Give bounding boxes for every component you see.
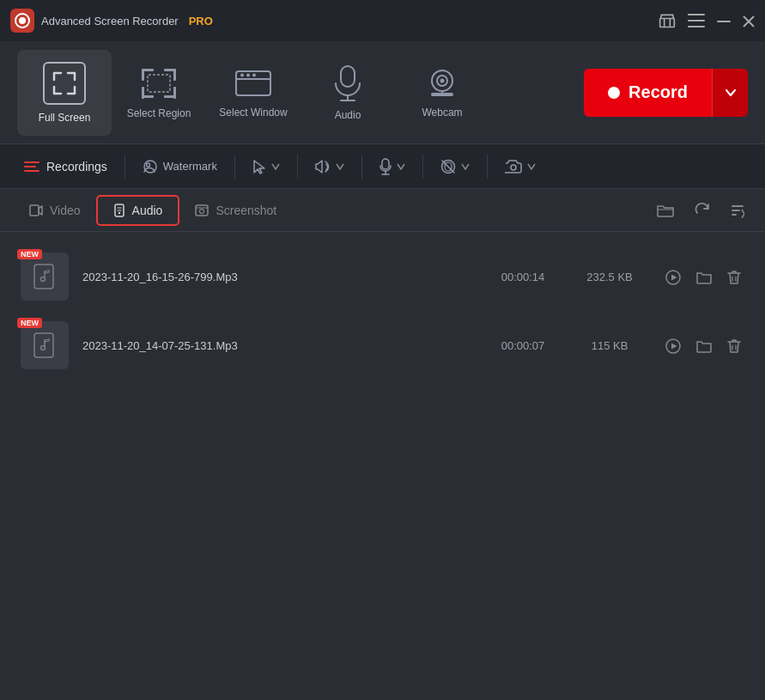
- select-region-icon: [139, 66, 179, 100]
- svg-rect-23: [341, 66, 355, 87]
- speaker-icon: [315, 160, 331, 173]
- tool-webcam[interactable]: Webcam: [395, 50, 489, 136]
- audio-tab-icon: [113, 204, 125, 217]
- tool-select-window[interactable]: Select Window: [206, 50, 301, 136]
- svg-rect-6: [717, 21, 731, 22]
- svg-rect-14: [142, 87, 144, 99]
- file-size-0: 232.5 KB: [571, 271, 648, 283]
- video-tab-label: Video: [50, 204, 81, 217]
- file-duration-1: 00:00:07: [489, 339, 557, 352]
- refresh-button[interactable]: [688, 198, 717, 222]
- close-button[interactable]: [743, 14, 755, 27]
- record-label: Record: [628, 82, 688, 102]
- record-dot: [608, 87, 620, 99]
- audio-label: Audio: [335, 109, 361, 121]
- divider-3: [297, 155, 298, 179]
- divider-6: [487, 155, 488, 179]
- microphone-dropdown-icon: [397, 163, 405, 170]
- titlebar: Advanced Screen Recorder PRO: [0, 0, 765, 41]
- audio-icon: [332, 64, 363, 102]
- app-pro-badge: PRO: [189, 15, 213, 27]
- store-button[interactable]: [659, 12, 676, 29]
- record-button[interactable]: Record: [584, 69, 712, 117]
- svg-rect-10: [142, 69, 144, 81]
- sort-button[interactable]: [724, 198, 751, 222]
- video-tab-icon: [29, 204, 43, 216]
- tab-bar: Video Audio Screenshot: [0, 189, 765, 232]
- svg-rect-12: [173, 69, 176, 81]
- svg-rect-29: [431, 93, 453, 96]
- divider-5: [422, 155, 423, 179]
- muted-dropdown-icon: [461, 163, 470, 170]
- app-title: Advanced Screen Recorder: [41, 15, 179, 27]
- file-size-1: 115 KB: [571, 339, 648, 352]
- secondary-toolbar: Recordings Watermark: [0, 144, 765, 189]
- delete-button-1[interactable]: [724, 333, 744, 358]
- svg-marker-59: [671, 343, 677, 349]
- divider-1: [124, 155, 125, 179]
- watermark-item[interactable]: Watermark: [132, 154, 228, 180]
- tab-screenshot[interactable]: Screenshot: [179, 197, 292, 224]
- tool-select-region[interactable]: Select Region: [112, 50, 206, 136]
- divider-4: [361, 155, 362, 179]
- audio-tab-label: Audio: [132, 204, 163, 217]
- menu-button[interactable]: [688, 14, 705, 28]
- camera-item[interactable]: [495, 155, 546, 179]
- camera-dropdown-icon: [527, 163, 536, 170]
- svg-point-57: [41, 346, 46, 350]
- svg-rect-3: [688, 14, 705, 15]
- svg-marker-53: [671, 274, 677, 280]
- svg-rect-2: [660, 19, 675, 27]
- file-name-1: 2023-11-20_14-07-25-131.Mp3: [82, 339, 475, 352]
- muted-item[interactable]: [430, 154, 480, 180]
- watermark-icon: [143, 159, 158, 174]
- screenshot-tab-icon: [195, 204, 209, 216]
- recordings-label: Recordings: [46, 160, 107, 173]
- new-badge-0: NEW: [17, 249, 42, 259]
- open-folder-button[interactable]: [650, 198, 681, 222]
- svg-rect-5: [688, 26, 705, 27]
- play-button-1[interactable]: [662, 333, 684, 358]
- svg-point-46: [200, 209, 204, 213]
- file-list: NEW 2023-11-20_16-15-26-799.Mp3 00:00:14…: [0, 232, 765, 390]
- microphone-icon: [379, 158, 392, 175]
- audio-file-icon-1: [33, 332, 57, 359]
- select-window-label: Select Window: [219, 107, 287, 119]
- play-button-0[interactable]: [662, 265, 684, 289]
- webcam-icon: [424, 67, 460, 100]
- svg-point-44: [118, 211, 119, 213]
- tab-video[interactable]: Video: [14, 197, 96, 224]
- svg-rect-4: [688, 20, 705, 21]
- svg-point-28: [440, 78, 445, 82]
- recordings-icon: [24, 161, 39, 172]
- file-thumb-0: NEW: [21, 253, 69, 301]
- minimize-button[interactable]: [717, 14, 731, 27]
- speaker-dropdown-icon: [336, 163, 344, 170]
- file-thumb-1: NEW: [21, 321, 69, 369]
- recordings-section: Recordings: [14, 155, 118, 179]
- svg-point-20: [240, 73, 244, 76]
- microphone-item[interactable]: [369, 153, 416, 180]
- speaker-item[interactable]: [305, 155, 355, 179]
- open-file-folder-button-0[interactable]: [693, 265, 715, 289]
- webcam-label: Webcam: [422, 107, 462, 119]
- tool-full-screen[interactable]: Full Screen: [17, 50, 112, 136]
- open-file-folder-button-1[interactable]: [693, 333, 715, 358]
- select-window-icon: [234, 67, 273, 100]
- audio-file-icon-0: [33, 263, 57, 290]
- svg-rect-33: [382, 159, 389, 169]
- screenshot-tab-label: Screenshot: [216, 204, 276, 217]
- delete-button-0[interactable]: [724, 265, 744, 289]
- cursor-item[interactable]: [242, 154, 290, 180]
- file-row-0: NEW 2023-11-20_16-15-26-799.Mp3 00:00:14…: [0, 242, 765, 311]
- tab-audio[interactable]: Audio: [96, 195, 180, 226]
- select-region-label: Select Region: [127, 107, 191, 119]
- svg-rect-17: [148, 75, 170, 92]
- record-dropdown-button[interactable]: [712, 69, 748, 117]
- tool-audio[interactable]: Audio: [301, 50, 395, 136]
- svg-point-51: [41, 277, 46, 282]
- watermark-label: Watermark: [163, 160, 217, 173]
- titlebar-left: Advanced Screen Recorder PRO: [10, 9, 213, 33]
- svg-rect-40: [30, 205, 39, 216]
- cursor-icon: [252, 159, 266, 174]
